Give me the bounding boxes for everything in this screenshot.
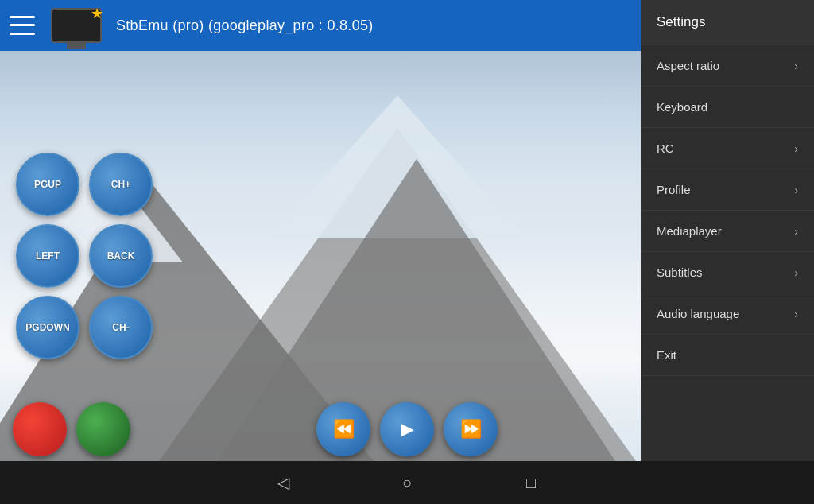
menu-item-profile[interactable]: Profile› bbox=[641, 169, 814, 211]
green-button[interactable] bbox=[76, 402, 130, 456]
rewind-button[interactable]: ⏪ bbox=[316, 402, 370, 456]
menu-item-audio-language[interactable]: Audio language› bbox=[641, 293, 814, 335]
nav-bar: ◁ ○ □ bbox=[0, 461, 814, 504]
pgdown-button[interactable]: PGDOWN bbox=[16, 296, 79, 359]
recent-nav-button[interactable]: □ bbox=[517, 468, 545, 497]
menu-item-label: Audio language bbox=[657, 307, 739, 320]
media-center-buttons: ⏪ ▶ ⏩ bbox=[316, 402, 498, 456]
left-button[interactable]: LEFT bbox=[16, 224, 79, 288]
menu-item-label: Subtitles bbox=[657, 266, 703, 279]
menu-item-label: Aspect ratio bbox=[657, 59, 719, 72]
menu-item-label: Exit bbox=[657, 348, 676, 362]
menu-item-subtitles[interactable]: Subtitles› bbox=[641, 252, 814, 293]
ch-minus-button[interactable]: CH- bbox=[89, 296, 153, 359]
chevron-right-icon: › bbox=[794, 60, 798, 72]
home-nav-button[interactable]: ○ bbox=[393, 468, 421, 497]
menu-item-rc[interactable]: RC› bbox=[641, 128, 814, 169]
back-button[interactable]: BACK bbox=[89, 224, 153, 288]
tv-icon: ★ bbox=[45, 3, 108, 48]
chevron-right-icon: › bbox=[794, 308, 798, 320]
red-button[interactable] bbox=[13, 402, 67, 456]
menu-item-exit[interactable]: Exit bbox=[641, 335, 814, 376]
menu-item-mediaplayer[interactable]: Mediaplayer› bbox=[641, 211, 814, 252]
settings-menu: Settings Aspect ratio›KeyboardRC›Profile… bbox=[641, 0, 814, 461]
play-button[interactable]: ▶ bbox=[380, 402, 434, 456]
menu-item-aspect-ratio[interactable]: Aspect ratio› bbox=[641, 45, 814, 87]
menu-icon[interactable] bbox=[10, 13, 35, 38]
chevron-right-icon: › bbox=[794, 266, 798, 279]
star-badge: ★ bbox=[91, 5, 103, 22]
menu-item-label: Keyboard bbox=[657, 100, 707, 114]
back-nav-button[interactable]: ◁ bbox=[269, 468, 297, 497]
fastforward-button[interactable]: ⏩ bbox=[444, 402, 498, 456]
app-title: StbEmu (pro) (googleplay_pro : 0.8.05) bbox=[116, 17, 374, 34]
ch-plus-button[interactable]: CH+ bbox=[89, 153, 153, 216]
menu-item-label: RC bbox=[657, 142, 674, 155]
ctrl-row-2: LEFT BACK bbox=[16, 224, 153, 288]
menu-item-label: Profile bbox=[657, 183, 691, 196]
ctrl-row-1: PGUP CH+ bbox=[16, 153, 153, 216]
chevron-right-icon: › bbox=[794, 225, 798, 238]
menu-item-label: Mediaplayer bbox=[657, 224, 722, 238]
media-left-buttons bbox=[13, 402, 130, 456]
chevron-right-icon: › bbox=[794, 184, 798, 196]
menu-item-keyboard[interactable]: Keyboard bbox=[641, 87, 814, 128]
pgup-button[interactable]: PGUP bbox=[16, 153, 79, 216]
chevron-right-icon: › bbox=[794, 142, 798, 155]
ctrl-row-3: PGDOWN CH- bbox=[16, 296, 153, 359]
settings-header: Settings bbox=[641, 0, 814, 45]
